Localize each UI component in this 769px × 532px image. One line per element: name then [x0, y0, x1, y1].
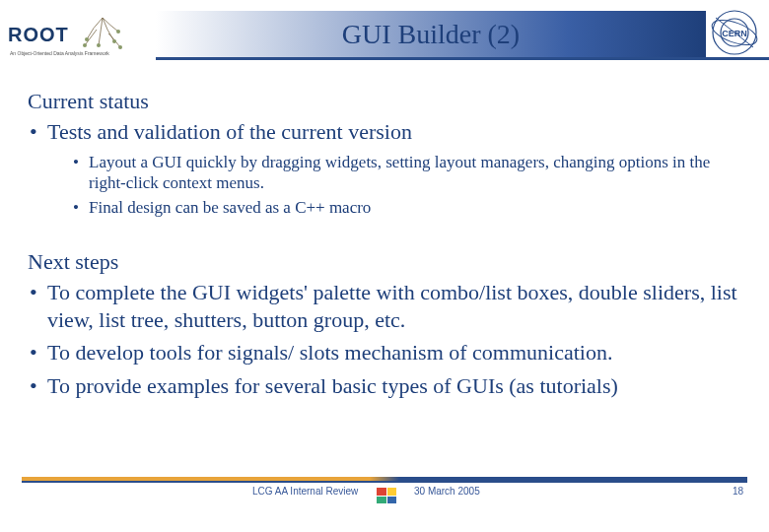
list-item: • To provide examples for several basic … — [30, 372, 741, 400]
list-item-text: Final design can be saved as a C++ macro — [89, 197, 371, 218]
bullet-icon: • — [30, 372, 47, 400]
list-item-text: Layout a GUI quickly by dragging widgets… — [89, 152, 741, 194]
root-tree-icon — [73, 10, 132, 59]
list-item: • To complete the GUI widgets' palette w… — [30, 279, 741, 333]
svg-point-4 — [83, 43, 87, 47]
bullet-icon: • — [30, 118, 47, 146]
slide-header: ROOT An Object-Oriented Data Analysis Fr… — [0, 0, 769, 69]
page-number: 18 — [733, 486, 743, 497]
slide-title: GUI Builder (2) — [342, 19, 520, 50]
footer-date: 30 March 2005 — [414, 486, 480, 497]
slide-footer: LCG AA Internal Review 30 March 2005 18 — [0, 477, 769, 516]
list-item-text: Tests and validation of the current vers… — [47, 118, 412, 146]
svg-point-0 — [85, 37, 89, 41]
cern-text: CERN — [722, 29, 747, 38]
title-bar: GUI Builder (2) — [156, 11, 706, 58]
bullet-icon: • — [30, 339, 47, 366]
footer-divider — [22, 477, 747, 481]
list-item: • To develop tools for signals/ slots me… — [30, 339, 741, 366]
root-logo: ROOT An Object-Oriented Data Analysis Fr… — [8, 5, 156, 64]
lcg-logo-icon — [377, 488, 396, 503]
footer-title: LCG AA Internal Review — [252, 486, 358, 497]
title-underline — [156, 57, 769, 60]
root-logo-text: ROOT — [8, 24, 69, 46]
svg-point-2 — [97, 43, 101, 47]
list-item-text: To complete the GUI widgets' palette wit… — [47, 279, 741, 333]
list-item: • Tests and validation of the current ve… — [30, 118, 741, 146]
bullet-icon: • — [73, 197, 89, 218]
section-heading: Next steps — [28, 249, 741, 275]
list-item: • Final design can be saved as a C++ mac… — [73, 197, 741, 218]
svg-point-5 — [118, 45, 122, 49]
svg-point-1 — [112, 39, 116, 43]
list-item-text: To provide examples for several basic ty… — [47, 372, 618, 400]
list-item-text: To develop tools for signals/ slots mech… — [47, 339, 612, 366]
svg-point-3 — [116, 30, 120, 33]
section-heading: Current status — [28, 89, 741, 114]
bullet-icon: • — [73, 152, 89, 172]
slide-body: Current status • Tests and validation of… — [0, 69, 769, 415]
bullet-icon: • — [30, 279, 47, 306]
list-item: • Layout a GUI quickly by dragging widge… — [73, 152, 741, 194]
cern-logo-icon: CERN — [708, 6, 761, 59]
